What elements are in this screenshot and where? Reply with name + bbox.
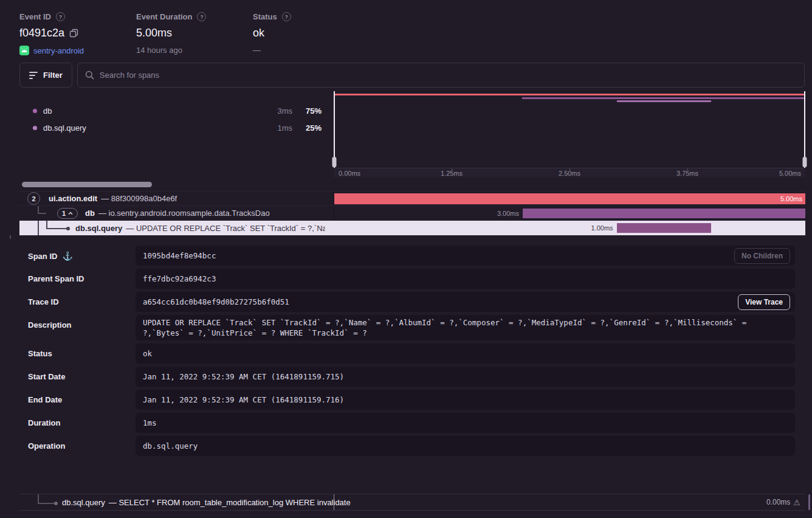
drag-grip[interactable]	[803, 157, 807, 167]
detail-value-field[interactable]: 1095bd4ef8e94bcc No Children	[136, 246, 795, 266]
event-duration-label: Event Duration	[136, 12, 192, 21]
axis-tick-label: 0.00ms	[339, 170, 360, 177]
span-details-panel: Span ID ⚓ 1095bd4ef8e94bcc No Children P…	[0, 235, 812, 456]
detail-row-parent-span-id: Parent Span ID ffe7dbc92a6942c3	[28, 269, 795, 289]
minimap-right-handle[interactable]	[804, 91, 805, 168]
children-count-badge-expanded[interactable]: 1	[57, 208, 78, 219]
time-axis: 0.00ms 1.25ms 2.50ms 3.75ms 5.00ms	[334, 168, 805, 178]
detail-row-duration: Duration 1ms	[28, 413, 795, 433]
axis-tick-label: 2.50ms	[559, 170, 580, 177]
status-value-field: ok	[143, 348, 152, 359]
search-icon	[85, 71, 94, 80]
copy-icon[interactable]	[69, 29, 78, 38]
detail-row-description: Description UPDATE OR REPLACE `Track` SE…	[28, 315, 795, 340]
drag-grip[interactable]	[332, 157, 337, 167]
detail-value-field[interactable]: Jan 11, 2022 9:52:39 AM CET (1641891159.…	[136, 390, 795, 410]
ops-breakdown-panel: db 3ms 75% db.sql.query 1ms 25%	[19, 91, 334, 178]
event-age: 14 hours ago	[136, 46, 182, 55]
trace-section: db 3ms 75% db.sql.query 1ms 25%	[19, 91, 805, 235]
detail-value-field[interactable]: UPDATE OR REPLACE `Track` SET `TrackId` …	[136, 315, 795, 340]
axis-tick-label: 1.25ms	[441, 170, 463, 177]
project-link[interactable]: sentry-android	[33, 46, 84, 55]
spans-toolbar: Filter	[19, 63, 805, 88]
span-description: — 88f300998a0b4e6f	[101, 194, 177, 203]
event-id-block: Event ID ? f0491c2a sentry-android	[19, 12, 136, 55]
span-description: — SELECT * FROM room_table_modification_…	[109, 498, 351, 507]
search-input[interactable]	[100, 71, 797, 80]
detail-label: End Date	[28, 395, 62, 404]
operation-value: db.sql.query	[143, 441, 198, 451]
status-block: Status ? ok —	[253, 12, 374, 55]
span-op: db.sql.query	[75, 224, 122, 233]
span-description: — io.sentry.android.roomsample.data.Trac…	[98, 209, 270, 218]
op-color-dot	[33, 126, 37, 130]
detail-row-status: Status ok	[28, 344, 795, 364]
minimap-left-handle[interactable]	[334, 91, 335, 168]
op-color-dot	[33, 109, 37, 113]
detail-label: Status	[28, 349, 52, 358]
chevron-up-icon	[68, 212, 73, 215]
op-duration: 1ms	[256, 123, 292, 133]
detail-value-field[interactable]: db.sql.query	[136, 436, 795, 456]
span-duration-bar[interactable]	[334, 193, 805, 204]
detail-row-end-date: End Date Jan 11, 2022 9:52:39 AM CET (16…	[28, 390, 795, 410]
span-duration-label: 3.00ms	[497, 206, 519, 220]
description-value: UPDATE OR REPLACE `Track` SET `TrackId` …	[143, 317, 788, 338]
detail-row-start-date: Start Date Jan 11, 2022 9:52:39 AM CET (…	[28, 367, 795, 387]
span-row-db[interactable]: 1 db — io.sentry.android.roomsample.data…	[19, 206, 805, 221]
minimap-span-line	[617, 100, 711, 102]
minimap-span-line	[334, 94, 805, 95]
detail-label: Trace ID	[28, 297, 59, 306]
help-icon[interactable]: ?	[282, 12, 291, 21]
detail-row-span-id: Span ID ⚓ 1095bd4ef8e94bcc No Children	[28, 246, 795, 266]
children-count: 1	[62, 210, 66, 217]
detail-value-field[interactable]: Jan 11, 2022 9:52:39 AM CET (1641891159.…	[136, 367, 795, 387]
span-op: db.sql.query	[62, 498, 105, 507]
span-row-db-sql-query-select[interactable]: db.sql.query — SELECT * FROM room_table_…	[19, 494, 805, 511]
span-description: — UPDATE OR REPLACE `Track` SET `TrackId…	[126, 224, 325, 233]
status-label: Status	[253, 12, 277, 21]
ops-breakdown-row-db-sql-query[interactable]: db.sql.query 1ms 25%	[19, 119, 334, 136]
span-op: ui.action.edit	[49, 194, 97, 203]
view-trace-button[interactable]: View Trace	[738, 294, 790, 310]
op-percentage: 25%	[292, 123, 322, 133]
vertical-scrollbar[interactable]	[808, 494, 810, 510]
detail-value-field[interactable]: ok	[136, 344, 795, 364]
help-icon[interactable]: ?	[197, 12, 206, 21]
trace-minimap: 0.00ms 1.25ms 2.50ms 3.75ms 5.00ms	[334, 91, 805, 178]
horizontal-scroll-strip	[19, 178, 805, 192]
detail-value-field[interactable]: 1ms	[136, 413, 795, 433]
detail-label: Description	[28, 320, 72, 330]
detail-value-field[interactable]: a654cc61dc0b48ef9d0b27275b6f0d51 View Tr…	[136, 292, 795, 312]
span-row-ui-action-edit[interactable]: 2 ui.action.edit — 88f300998a0b4e6f 5.00…	[19, 192, 805, 206]
span-duration-label: 1.00ms	[591, 221, 613, 235]
anchor-icon[interactable]: ⚓	[62, 251, 72, 261]
detail-label: Span ID	[28, 252, 57, 261]
detail-value-field[interactable]: ffe7dbc92a6942c3	[136, 269, 795, 289]
detail-label: Duration	[28, 418, 60, 427]
axis-tick-label: 5.00ms	[779, 170, 801, 177]
span-duration-bar[interactable]	[617, 223, 711, 233]
span-row-db-sql-query-selected[interactable]: db.sql.query — UPDATE OR REPLACE `Track`…	[19, 221, 805, 235]
ops-breakdown-row-db[interactable]: db 3ms 75%	[19, 102, 334, 119]
horizontal-scrollbar[interactable]	[22, 182, 152, 187]
minimap-span-line	[522, 97, 805, 99]
status-sub: —	[253, 46, 261, 55]
span-search-box[interactable]	[77, 63, 805, 88]
filter-button[interactable]: Filter	[19, 63, 72, 88]
span-duration-label: 0.00ms	[766, 498, 790, 506]
help-icon[interactable]: ?	[56, 12, 65, 21]
detail-label: Operation	[28, 441, 65, 451]
children-count-badge[interactable]: 2	[27, 192, 40, 205]
detail-row-operation: Operation db.sql.query	[28, 436, 795, 456]
no-children-button: No Children	[734, 248, 790, 264]
minimap-canvas[interactable]	[334, 91, 805, 168]
warning-icon: ⚠	[793, 498, 800, 507]
op-name: db.sql.query	[43, 123, 86, 133]
op-percentage: 75%	[292, 106, 322, 116]
event-id-label-row: Event ID ?	[19, 12, 136, 21]
detail-label: Start Date	[28, 372, 65, 381]
span-duration-bar[interactable]	[523, 209, 805, 218]
op-name: db	[43, 106, 52, 116]
event-header: Event ID ? f0491c2a sentry-android Event…	[0, 0, 812, 55]
